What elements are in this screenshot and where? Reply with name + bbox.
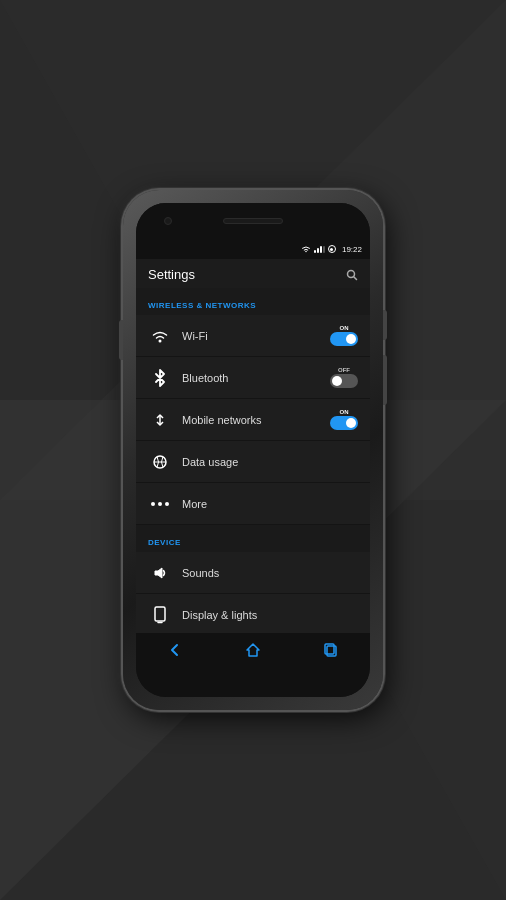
svg-point-6 xyxy=(151,502,155,506)
back-button[interactable] xyxy=(160,635,190,665)
volume-button[interactable] xyxy=(383,355,387,405)
data-usage-icon xyxy=(148,450,172,474)
wifi-toggle[interactable]: ON xyxy=(330,325,358,346)
mobile-networks-icon xyxy=(148,408,172,432)
sounds-label: Sounds xyxy=(182,567,358,579)
front-camera xyxy=(164,217,172,225)
power-button[interactable] xyxy=(383,310,387,340)
device-section-label: DEVICE xyxy=(148,538,181,547)
mobile-networks-toggle[interactable]: ON xyxy=(330,409,358,430)
left-button[interactable] xyxy=(119,320,123,360)
display-lights-label: Display & lights xyxy=(182,609,358,621)
settings-list: WIRELESS & NETWORKS Wi-Fi ON xyxy=(136,288,370,633)
nav-bar xyxy=(136,633,370,667)
bluetooth-toggle[interactable]: OFF xyxy=(330,367,358,388)
wifi-toggle-switch[interactable] xyxy=(330,332,358,346)
settings-header: Settings xyxy=(136,259,370,288)
svg-point-7 xyxy=(158,502,162,506)
phone-top-bar xyxy=(136,203,370,239)
svg-line-1 xyxy=(354,276,357,279)
wifi-label: Wi-Fi xyxy=(182,330,330,342)
wifi-status-icon xyxy=(301,245,311,253)
data-usage-label: Data usage xyxy=(182,456,358,468)
phone-bottom-bar xyxy=(136,667,370,697)
phone-screen: 19:22 Settings WIRELESS & NETWORKS xyxy=(136,239,370,667)
bluetooth-item[interactable]: Bluetooth OFF xyxy=(136,357,370,399)
wifi-toggle-label: ON xyxy=(340,325,349,331)
mobile-networks-toggle-switch[interactable] xyxy=(330,416,358,430)
svg-rect-9 xyxy=(155,607,165,621)
wifi-icon xyxy=(148,324,172,348)
svg-point-8 xyxy=(165,502,169,506)
signal-icon xyxy=(314,245,325,253)
wireless-section-label: WIRELESS & NETWORKS xyxy=(148,301,256,310)
svg-point-2 xyxy=(159,339,162,342)
home-button[interactable] xyxy=(238,635,268,665)
phone-shell: 19:22 Settings WIRELESS & NETWORKS xyxy=(123,190,383,710)
sounds-item[interactable]: Sounds xyxy=(136,552,370,594)
bluetooth-toggle-label: OFF xyxy=(338,367,350,373)
alarm-icon xyxy=(328,245,336,253)
bluetooth-icon xyxy=(148,366,172,390)
bluetooth-toggle-switch[interactable] xyxy=(330,374,358,388)
earpiece-speaker xyxy=(223,218,283,224)
more-icon xyxy=(148,492,172,516)
device-section-header: DEVICE xyxy=(136,525,370,552)
bluetooth-label: Bluetooth xyxy=(182,372,330,384)
phone-bezel: 19:22 Settings WIRELESS & NETWORKS xyxy=(136,203,370,697)
wireless-section-header: WIRELESS & NETWORKS xyxy=(136,288,370,315)
bluetooth-toggle-knob xyxy=(332,376,342,386)
sounds-icon xyxy=(148,561,172,585)
wifi-toggle-knob xyxy=(346,334,356,344)
mobile-networks-toggle-label: ON xyxy=(340,409,349,415)
mobile-networks-toggle-knob xyxy=(346,418,356,428)
search-button[interactable] xyxy=(346,269,358,281)
status-bar: 19:22 xyxy=(136,239,370,259)
more-item[interactable]: More xyxy=(136,483,370,525)
recents-button[interactable] xyxy=(316,635,346,665)
mobile-networks-item[interactable]: Mobile networks ON xyxy=(136,399,370,441)
data-usage-item[interactable]: Data usage xyxy=(136,441,370,483)
display-lights-icon xyxy=(148,603,172,627)
more-label: More xyxy=(182,498,358,510)
display-lights-item[interactable]: Display & lights xyxy=(136,594,370,633)
mobile-networks-label: Mobile networks xyxy=(182,414,330,426)
page-title: Settings xyxy=(148,267,195,282)
status-time: 19:22 xyxy=(342,245,362,254)
wifi-item[interactable]: Wi-Fi ON xyxy=(136,315,370,357)
